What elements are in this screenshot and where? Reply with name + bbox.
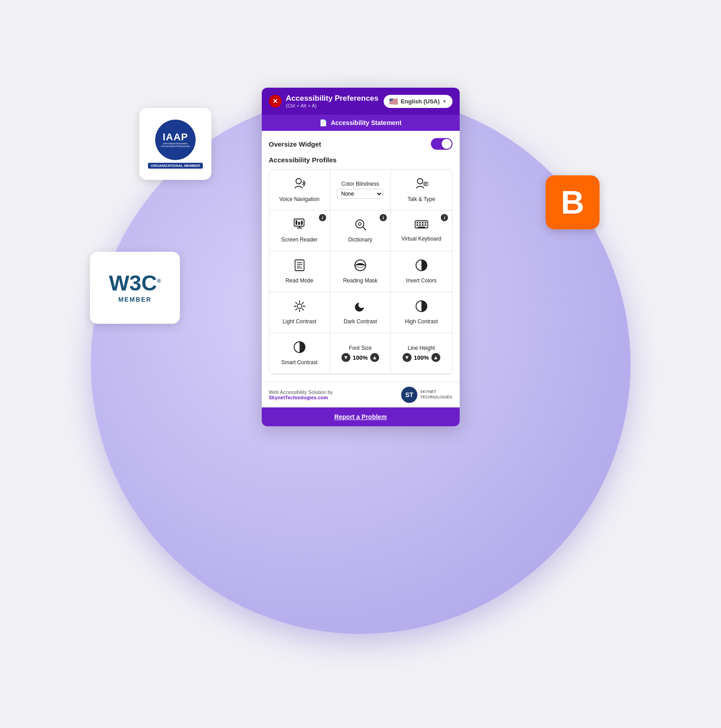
- blogger-badge: B: [546, 175, 600, 229]
- light-contrast-cell[interactable]: Light Contrast: [269, 292, 330, 333]
- panel-header: ✕ Accessibility Preferences (Ctrl + Alt …: [262, 88, 460, 115]
- top-feature-row: Voice Navigation Color Blindness None Pr…: [269, 170, 452, 210]
- reading-mask-cell[interactable]: Reading Mask: [330, 251, 391, 292]
- accessibility-panel: ✕ Accessibility Preferences (Ctrl + Alt …: [262, 88, 460, 426]
- language-button[interactable]: 🇺🇸 English (USA) ▼: [384, 95, 452, 108]
- svg-line-34: [296, 309, 297, 310]
- font-size-controls: ▼ 100% ▲: [341, 353, 379, 362]
- dictionary-info[interactable]: i: [380, 214, 387, 221]
- color-blindness-select[interactable]: None Protanopia Deuteranopia Tritanopia: [337, 189, 383, 199]
- svg-rect-16: [422, 224, 424, 226]
- light-contrast-icon: [293, 300, 306, 316]
- line-height-controls: ▼ 100% ▲: [403, 353, 440, 362]
- read-mode-icon: [293, 259, 306, 275]
- blogger-letter: B: [561, 186, 584, 219]
- svg-line-31: [296, 303, 297, 304]
- high-contrast-cell[interactable]: High Contrast: [391, 292, 452, 333]
- chevron-down-icon: ▼: [443, 99, 447, 104]
- report-problem-link[interactable]: Report a Problem: [334, 413, 387, 420]
- screen-reader-info[interactable]: i: [319, 214, 326, 221]
- statement-icon: 📄: [319, 119, 327, 126]
- svg-rect-4: [296, 220, 297, 225]
- font-size-increase[interactable]: ▲: [370, 353, 379, 362]
- high-contrast-icon: [415, 300, 428, 316]
- dark-contrast-cell[interactable]: Dark Contrast: [330, 292, 391, 333]
- statement-label: Accessibility Statement: [331, 119, 401, 126]
- virtual-keyboard-info[interactable]: i: [441, 214, 448, 221]
- smart-contrast-cell[interactable]: Smart Contrast: [269, 333, 330, 374]
- panel-title: Accessibility Preferences (Ctrl + Alt + …: [286, 94, 379, 108]
- talk-and-type-cell[interactable]: Talk & Type: [391, 170, 452, 210]
- close-button[interactable]: ✕: [269, 95, 282, 107]
- dictionary-label: Dictionary: [348, 237, 372, 243]
- skynet-text: SKYNET TECHNOLOGIES: [420, 389, 452, 400]
- virtual-keyboard-cell[interactable]: i: [391, 210, 452, 251]
- panel-footer: Web Accessibility Solution by SkynetTech…: [262, 382, 460, 407]
- svg-rect-6: [301, 221, 303, 225]
- w3c-badge: W3C® MEMBER: [90, 252, 180, 324]
- features-grid: Voice Navigation Color Blindness None Pr…: [269, 169, 452, 375]
- iaap-initials: IAAP: [163, 132, 188, 142]
- svg-point-0: [296, 179, 301, 184]
- w3c-text: W3C: [109, 271, 157, 295]
- panel-header-left: ✕ Accessibility Preferences (Ctrl + Alt …: [269, 94, 379, 108]
- svg-rect-18: [418, 227, 425, 228]
- font-size-label: Font Size: [349, 345, 372, 351]
- font-size-decrease[interactable]: ▼: [341, 353, 350, 362]
- high-contrast-label: High Contrast: [405, 318, 438, 325]
- stepper-row: Smart Contrast Font Size ▼ 100% ▲ Line H…: [269, 333, 452, 374]
- line-height-label: Line Height: [408, 345, 435, 351]
- footer-text: Web Accessibility Solution by SkynetTech…: [269, 389, 333, 400]
- line-height-decrease[interactable]: ▼: [403, 353, 412, 362]
- dark-contrast-label: Dark Contrast: [344, 318, 377, 325]
- flag-icon: 🇺🇸: [389, 97, 398, 106]
- read-mode-label: Read Mode: [286, 277, 313, 284]
- read-mode-cell[interactable]: Read Mode: [269, 251, 330, 292]
- iaap-member-badge: ORGANIZATIONAL MEMBER: [148, 163, 202, 169]
- line-height-increase[interactable]: ▲: [431, 353, 440, 362]
- svg-rect-15: [419, 224, 421, 226]
- virtual-keyboard-icon: [414, 219, 429, 233]
- panel-title-shortcut: (Ctrl + Alt + A): [286, 103, 379, 108]
- font-size-value: 100%: [352, 354, 368, 361]
- svg-rect-13: [425, 222, 426, 223]
- svg-line-32: [302, 309, 303, 310]
- color-blindness-label: Color Blindness: [341, 181, 379, 187]
- talk-and-type-label: Talk & Type: [408, 196, 435, 202]
- line-height-value: 100%: [413, 354, 430, 361]
- screen-reader-cell[interactable]: i Screen Reader: [269, 210, 330, 251]
- skynet-logo: ST SKYNET TECHNOLOGIES: [401, 387, 452, 403]
- line-height-cell: Line Height ▼ 100% ▲: [391, 333, 452, 374]
- skynet-text-line2: TECHNOLOGIES: [420, 395, 452, 399]
- svg-rect-10: [416, 222, 418, 223]
- feature-row-2: i Screen Reader i: [269, 210, 452, 251]
- light-contrast-label: Light Contrast: [282, 318, 316, 325]
- accessibility-statement-bar[interactable]: 📄 Accessibility Statement: [262, 115, 460, 131]
- color-blindness-select-wrap: None Protanopia Deuteranopia Tritanopia: [337, 189, 383, 199]
- virtual-keyboard-label: Virtual Keyboard: [402, 236, 442, 242]
- invert-colors-cell[interactable]: Invert Colors: [391, 251, 452, 292]
- svg-point-8: [358, 223, 361, 225]
- screen-reader-icon: [293, 218, 306, 234]
- svg-point-26: [297, 304, 302, 308]
- feature-row-4: Light Contrast Dark Contrast: [269, 292, 452, 333]
- dictionary-cell[interactable]: i Dictionary: [330, 210, 391, 251]
- smart-contrast-icon: [293, 341, 306, 357]
- report-problem-bar[interactable]: Report a Problem: [262, 407, 460, 426]
- svg-rect-5: [298, 222, 300, 225]
- panel-title-main: Accessibility Preferences: [286, 94, 379, 103]
- oversize-widget-row: Oversize Widget: [269, 138, 452, 150]
- w3c-member-text: MEMBER: [118, 296, 152, 303]
- skynet-text-line1: SKYNET: [420, 389, 436, 394]
- toggle-knob: [442, 139, 452, 149]
- oversize-toggle[interactable]: [431, 138, 452, 150]
- footer-link[interactable]: SkynetTechnologies.com: [269, 395, 328, 400]
- language-label: English (USA): [401, 98, 440, 105]
- color-blindness-cell[interactable]: Color Blindness None Protanopia Deuteran…: [330, 170, 391, 210]
- invert-colors-icon: [415, 259, 428, 275]
- oversize-label: Oversize Widget: [269, 140, 322, 148]
- reading-mask-label: Reading Mask: [343, 277, 378, 284]
- voice-navigation-cell[interactable]: Voice Navigation: [269, 170, 330, 210]
- feature-row-3: Read Mode Reading Mask: [269, 251, 452, 292]
- screen-reader-label: Screen Reader: [281, 237, 318, 243]
